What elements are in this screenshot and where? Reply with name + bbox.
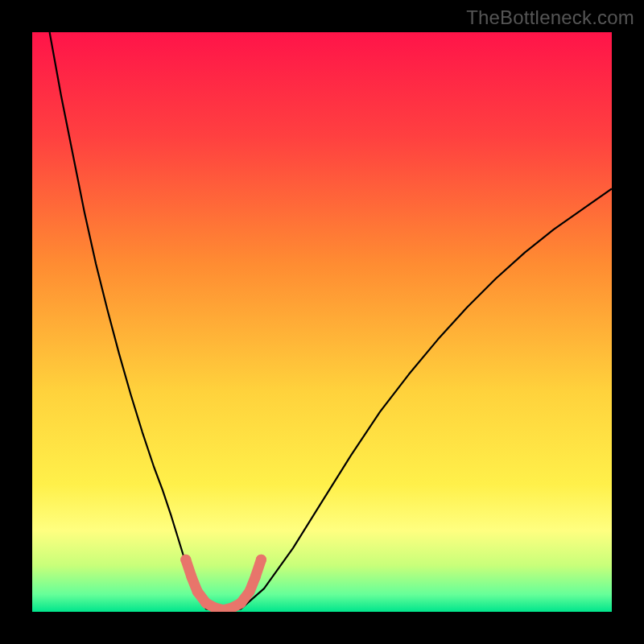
curve-layer: [32, 32, 612, 612]
valley-bead: [250, 572, 261, 582]
series-curve: [50, 32, 612, 612]
valley-bead: [245, 586, 255, 597]
valley-bead: [236, 598, 246, 609]
plot-area: [32, 32, 612, 612]
watermark-text: TheBottleneck.com: [466, 6, 634, 29]
chart-frame: TheBottleneck.com: [0, 0, 644, 644]
valley-bead: [187, 572, 197, 582]
valley-bead: [180, 555, 191, 565]
series-valley-highlight: [186, 559, 262, 610]
valley-bead: [256, 555, 266, 565]
valley-bead: [192, 586, 203, 597]
